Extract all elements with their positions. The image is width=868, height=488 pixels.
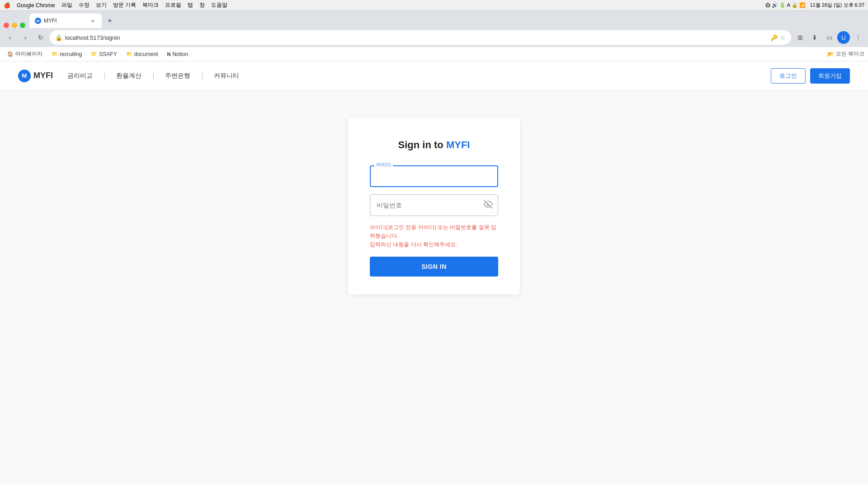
- nav-item-exchange[interactable]: 환율계산: [116, 70, 142, 82]
- nav-separator-2: |: [152, 72, 154, 80]
- menu-history[interactable]: 방문 기록: [113, 1, 136, 9]
- error-message: 아이디(로그인 전용 아이디) 또는 비밀번호를 잘못 입력했습니다. 입력하신…: [370, 223, 498, 249]
- nav-item-nearby[interactable]: 주변은행: [165, 70, 190, 82]
- menu-window[interactable]: 창: [199, 1, 205, 9]
- signup-button[interactable]: 회원가입: [810, 68, 850, 84]
- all-bookmarks[interactable]: 📂 모든 북마크: [827, 50, 864, 58]
- bookmarks-more-label: 모든 북마크: [836, 50, 864, 58]
- nav-separator-3: |: [201, 72, 203, 80]
- bookmark-recruiting-label: recruiting: [60, 51, 82, 57]
- address-bar[interactable]: 🔒 localhost:5173/signin 🔑 ☆: [50, 30, 791, 45]
- signin-button[interactable]: SIGN IN: [370, 257, 498, 277]
- bookmarks-bar: 🏠 마이페이지 📁 recruiting 📁 SSAFY 📁 document …: [0, 47, 868, 61]
- login-button[interactable]: 로그인: [771, 68, 806, 84]
- header-actions: 로그인 회원가입: [771, 68, 850, 84]
- bookmark-ssafy-label: SSAFY: [99, 51, 117, 57]
- nav-separator-1: |: [104, 72, 105, 80]
- menu-file[interactable]: 파일: [61, 1, 72, 9]
- bookmark-notion[interactable]: N Notion: [163, 50, 192, 59]
- bookmark-document[interactable]: 📁 document: [123, 50, 162, 59]
- traffic-light-minimize[interactable]: [12, 23, 17, 28]
- tab-title: MYFI: [44, 18, 86, 24]
- download-icon[interactable]: ⬇: [808, 31, 821, 44]
- ssafy-icon: 📁: [91, 51, 97, 57]
- error-line-2: 입력하신 내용을 다시 확인해주세요.: [370, 240, 498, 249]
- signin-card: Sign in to MYFI 아이디: [348, 117, 520, 295]
- id-input[interactable]: [370, 165, 498, 187]
- menu-edit[interactable]: 수정: [79, 1, 90, 9]
- logo-text: MYFI: [33, 71, 53, 80]
- app-menu-chrome[interactable]: Google Chrome: [17, 2, 55, 9]
- tab-bar: M MYFI ✕ +: [0, 11, 868, 28]
- bookmark-recruiting[interactable]: 📁 recruiting: [48, 50, 85, 59]
- bookmarks-folder-icon: 📂: [827, 51, 834, 57]
- password-toggle-icon[interactable]: [484, 200, 493, 211]
- menu-view[interactable]: 보기: [96, 1, 107, 9]
- document-icon: 📁: [126, 51, 132, 57]
- id-field: 아이디: [370, 165, 498, 187]
- browser-actions: ⊞ ⬇ ▭ U ⋮: [794, 31, 864, 44]
- bookmark-notion-label: Notion: [172, 51, 188, 57]
- password-icon: 🔑: [770, 34, 778, 41]
- logo-icon: M: [18, 70, 31, 82]
- signin-title-prefix: Sign in to: [398, 139, 446, 150]
- status-icons: ⏻ 🔊 🔋 A 🔒 📶: [765, 2, 805, 8]
- signin-title: Sign in to MYFI: [370, 139, 498, 151]
- menu-profile[interactable]: 프로필: [165, 1, 181, 9]
- password-input[interactable]: [370, 194, 498, 216]
- traffic-light-fullscreen[interactable]: [20, 23, 25, 28]
- extensions-icon[interactable]: ⊞: [794, 31, 807, 44]
- profile-icon[interactable]: U: [837, 31, 850, 44]
- menu-icon[interactable]: ⋮: [852, 31, 864, 44]
- bookmark-document-label: document: [134, 51, 158, 57]
- tab-favicon: M: [35, 18, 41, 24]
- nav-item-rates[interactable]: 금리비교: [67, 70, 93, 82]
- datetime: 11월 26일 (일) 오후 6:37: [810, 2, 864, 9]
- traffic-light-close[interactable]: [4, 23, 9, 28]
- new-tab-button[interactable]: +: [104, 14, 116, 27]
- recruiting-icon: 📁: [52, 51, 58, 57]
- back-button[interactable]: ‹: [4, 31, 16, 44]
- app-logo[interactable]: M MYFI: [18, 70, 53, 82]
- apple-menu[interactable]: 🍎: [4, 2, 10, 9]
- sidebar-icon[interactable]: ▭: [823, 31, 835, 44]
- lock-icon: 🔒: [55, 34, 62, 41]
- active-tab[interactable]: M MYFI ✕: [29, 14, 102, 28]
- signin-title-brand: MYFI: [446, 139, 470, 150]
- main-content: Sign in to MYFI 아이디: [0, 90, 868, 484]
- password-field: [370, 194, 498, 216]
- app-content: M MYFI 금리비교 | 환율계산 | 주변은행 | 커뮤니티 로그인 회원가…: [0, 61, 868, 484]
- reload-button[interactable]: ↻: [34, 31, 47, 44]
- forward-button[interactable]: ›: [19, 31, 32, 44]
- error-line-1: 아이디(로그인 전용 아이디) 또는 비밀번호를 잘못 입력했습니다.: [370, 223, 498, 240]
- mypage-icon: 🏠: [7, 51, 14, 57]
- app-header: M MYFI 금리비교 | 환율계산 | 주변은행 | 커뮤니티 로그인 회원가…: [0, 61, 868, 90]
- bookmark-mypage[interactable]: 🏠 마이페이지: [4, 49, 46, 59]
- address-bar-row: ‹ › ↻ 🔒 localhost:5173/signin 🔑 ☆ ⊞ ⬇ ▭ …: [0, 28, 868, 47]
- password-wrapper: [370, 194, 498, 216]
- url-text: localhost:5173/signin: [65, 34, 768, 41]
- nav-item-community[interactable]: 커뮤니티: [214, 70, 239, 82]
- bookmark-ssafy[interactable]: 📁 SSAFY: [87, 50, 120, 59]
- notion-icon: N: [167, 52, 170, 57]
- menu-help[interactable]: 도움말: [211, 1, 227, 9]
- macos-menubar: 🍎 Google Chrome 파일 수정 보기 방문 기록 북마크 프로필 탭…: [0, 0, 868, 11]
- tab-close-button[interactable]: ✕: [89, 17, 96, 24]
- app-nav: 금리비교 | 환율계산 | 주변은행 | 커뮤니티: [67, 70, 239, 82]
- bookmark-star-icon[interactable]: ☆: [780, 34, 786, 41]
- menu-tab[interactable]: 탭: [188, 1, 193, 9]
- browser-chrome: M MYFI ✕ + ‹ › ↻ 🔒 localhost:5173/signin…: [0, 11, 868, 61]
- menu-bookmarks[interactable]: 북마크: [142, 1, 159, 9]
- id-label: 아이디: [374, 161, 393, 168]
- bookmark-mypage-label: 마이페이지: [15, 50, 42, 58]
